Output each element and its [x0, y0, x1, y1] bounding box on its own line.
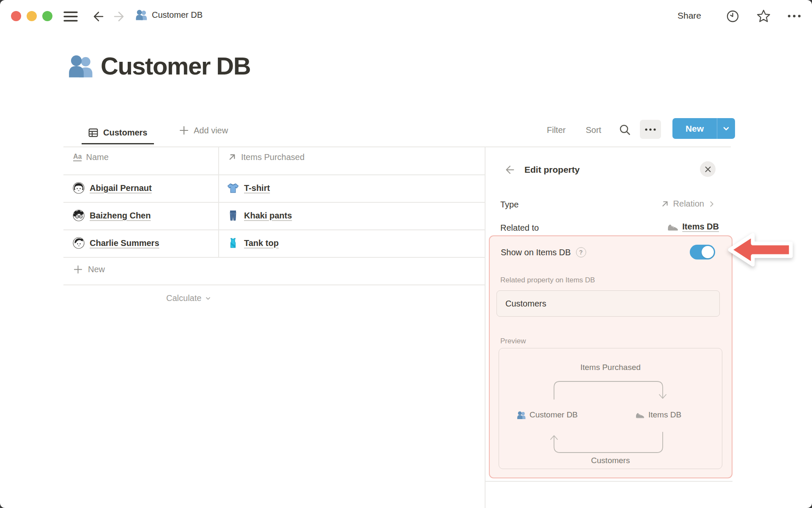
related-to-label: Related to: [500, 223, 539, 233]
minimize-window-button[interactable]: [27, 11, 37, 21]
hamburger-menu-icon[interactable]: [63, 10, 78, 25]
relation-arrow-icon: [227, 152, 237, 162]
row-item-link[interactable]: Tank top: [244, 238, 279, 248]
toggle-knob: [702, 246, 714, 258]
tab-label: Customers: [103, 128, 147, 138]
chevron-right-icon: [708, 200, 716, 208]
people-icon: [517, 411, 526, 420]
row-divider: [63, 229, 485, 230]
related-to-value-label: Items DB: [682, 222, 719, 232]
breadcrumb[interactable]: Customer DB: [135, 9, 203, 21]
table-row-name-cell[interactable]: Baizheng Chen: [73, 210, 151, 221]
baizheng-avatar: [73, 210, 85, 221]
forward-arrow-icon[interactable]: [112, 10, 126, 25]
charlie-avatar: [73, 237, 85, 249]
preview-items-db-node: Items DB: [635, 410, 681, 420]
close-icon[interactable]: [700, 161, 716, 177]
chevron-down-icon: [722, 124, 730, 133]
search-icon[interactable]: [618, 123, 631, 138]
row-item-link[interactable]: Khaki pants: [244, 211, 292, 221]
row-name-link[interactable]: Baizheng Chen: [90, 211, 151, 221]
new-row-label: New: [88, 265, 105, 274]
zoom-window-button[interactable]: [42, 11, 52, 21]
table-top-border: [63, 146, 731, 147]
back-arrow-icon[interactable]: [91, 10, 105, 25]
row-divider: [63, 284, 485, 285]
row-name-link[interactable]: Abigail Pernaut: [90, 183, 152, 193]
page-title[interactable]: Customer DB: [101, 52, 250, 80]
new-button[interactable]: New: [672, 124, 717, 134]
show-on-toggle[interactable]: [690, 245, 715, 260]
row-name-link[interactable]: Charlie Summers: [90, 238, 159, 248]
table-view-icon: [88, 127, 99, 138]
column-header-label: Name: [86, 152, 108, 162]
preview-node-label: Customer DB: [529, 410, 578, 420]
preview-bottom-label: Customers: [499, 456, 722, 465]
type-value-button[interactable]: Relation: [660, 199, 716, 209]
relation-arrow-icon: [660, 199, 669, 209]
row-item-link[interactable]: T-shirt: [244, 183, 270, 193]
traffic-lights: [11, 11, 52, 21]
share-button[interactable]: Share: [678, 11, 701, 21]
table-row-item-cell[interactable]: Khaki pants: [227, 210, 292, 221]
type-label: Type: [500, 200, 518, 210]
preview-customer-db-node: Customer DB: [517, 410, 578, 420]
column-header-items-purchased[interactable]: Items Purchased: [227, 152, 304, 162]
help-icon[interactable]: ?: [576, 247, 586, 257]
running-shoe-icon: [667, 221, 678, 232]
chevron-down-icon: [205, 295, 211, 302]
new-dropdown-button[interactable]: [717, 124, 735, 133]
view-options-button[interactable]: [640, 120, 661, 139]
type-value-label: Relation: [673, 199, 704, 209]
row-divider: [63, 257, 485, 258]
relation-preview-diagram: Items Purchased Customer DB Items DB Cus…: [499, 348, 722, 469]
abigail-avatar: [73, 182, 85, 194]
column-header-name[interactable]: Aa Name: [73, 152, 109, 162]
calculate-button[interactable]: Calculate: [166, 293, 211, 303]
related-to-value-button[interactable]: Items DB: [667, 221, 719, 232]
tab-customers[interactable]: Customers: [82, 122, 154, 144]
page-icon-people[interactable]: [68, 53, 93, 79]
tank-top-icon: [227, 237, 239, 249]
row-divider: [63, 174, 485, 175]
table-row-name-cell[interactable]: Abigail Pernaut: [73, 182, 152, 194]
show-on-items-db-section: Show on Items DB ? Related property on I…: [489, 235, 732, 478]
breadcrumb-label: Customer DB: [152, 10, 203, 20]
ellipsis-icon[interactable]: [786, 9, 803, 25]
sort-button[interactable]: Sort: [586, 125, 601, 135]
plus-icon: [179, 125, 189, 135]
clock-icon[interactable]: [726, 9, 740, 25]
table-row-item-cell[interactable]: T-shirt: [227, 182, 270, 194]
star-icon[interactable]: [756, 9, 771, 25]
preview-node-label: Items DB: [648, 410, 681, 420]
panel-title: Edit property: [524, 165, 580, 175]
text-property-icon: Aa: [73, 153, 82, 161]
t-shirt-icon: [227, 182, 239, 194]
related-property-input[interactable]: [497, 290, 720, 317]
add-view-label: Add view: [194, 126, 228, 135]
related-property-label: Related property on Items DB: [500, 276, 595, 284]
notion-window: Customer DB Share Customer DB Customers …: [0, 0, 812, 508]
panel-bottom-divider: [485, 481, 732, 482]
people-icon: [135, 9, 147, 21]
row-divider: [63, 202, 485, 203]
preview-label: Preview: [500, 337, 526, 345]
filter-button[interactable]: Filter: [547, 125, 565, 135]
table-row-item-cell[interactable]: Tank top: [227, 237, 279, 249]
jeans-icon: [227, 210, 239, 221]
add-view-button[interactable]: Add view: [179, 125, 228, 135]
panel-divider: [485, 147, 486, 508]
plus-icon: [73, 265, 83, 274]
new-row-button[interactable]: New: [73, 265, 105, 274]
new-button-group: New: [672, 118, 735, 139]
column-header-label: Items Purchased: [241, 152, 304, 162]
panel-back-icon[interactable]: [503, 163, 516, 178]
close-window-button[interactable]: [11, 11, 21, 21]
relation-loop-arrows: [499, 348, 723, 468]
calculate-label: Calculate: [166, 293, 201, 303]
ellipsis-icon: [645, 127, 656, 132]
show-on-label: Show on Items DB: [501, 248, 571, 257]
running-shoe-icon: [635, 410, 645, 420]
red-arrow-annotation: [727, 231, 796, 270]
table-row-name-cell[interactable]: Charlie Summers: [73, 237, 159, 249]
